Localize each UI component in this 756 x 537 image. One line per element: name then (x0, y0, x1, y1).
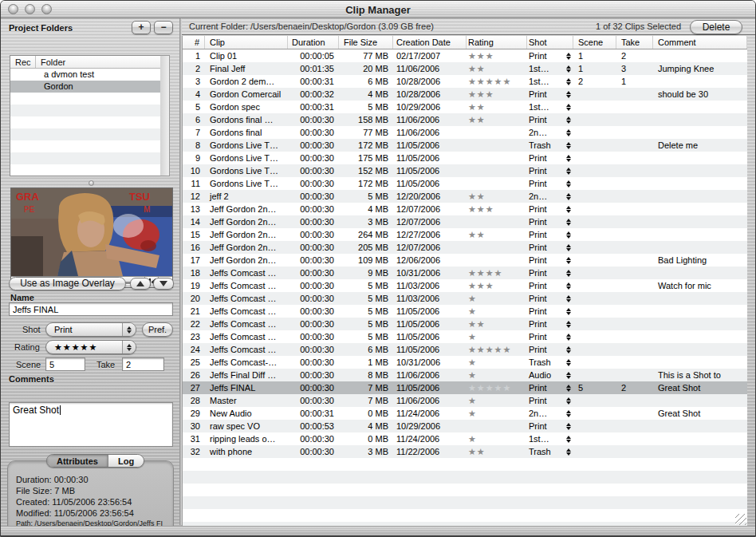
table-row[interactable]: 22Jeffs Comcast …00:00:305 MB11/05/2006★… (183, 318, 747, 330)
table-row[interactable]: 32with phone00:00:303 MB11/22/2006★★Tras… (183, 445, 747, 458)
shot-stepper-icon[interactable] (566, 448, 571, 456)
table-row[interactable]: 14Jeff Gordon 2n…00:00:303 MB12/07/2006P… (183, 215, 747, 228)
column-header-rating[interactable]: Rating (467, 36, 527, 49)
shot-stepper-icon[interactable] (566, 372, 571, 379)
shot-stepper-icon[interactable] (566, 219, 571, 226)
table-row[interactable]: 29New Audio00:00:310 MB11/24/2006★2n…Gre… (183, 407, 747, 420)
column-header-clip[interactable]: Clip (205, 36, 288, 49)
table-row[interactable]: 19Jeffs Comcast …00:00:305 MB11/03/2006★… (183, 279, 747, 292)
column-header-shot[interactable]: Shot (527, 36, 573, 49)
table-row[interactable]: 28Master00:00:307 MB11/06/2006★Print (183, 394, 747, 407)
next-clip-button[interactable] (153, 278, 174, 290)
table-row[interactable]: 5Gordon spec00:00:315 MB10/29/2006★★1st… (183, 101, 747, 113)
shot-stepper-icon[interactable] (566, 142, 571, 149)
table-row[interactable]: 12jeff 200:00:305 MB12/20/2006★★2n… (183, 190, 747, 203)
shot-stepper-icon[interactable] (566, 270, 571, 277)
table-row[interactable]: 30raw spec VO00:00:534 MB10/29/2006Print (183, 420, 747, 432)
table-row[interactable]: 27Jeffs FINAL00:00:307 MB11/05/2006★★★★★… (183, 381, 747, 394)
resize-grip-icon[interactable] (735, 514, 746, 525)
shot-stepper-icon[interactable] (566, 321, 571, 328)
shot-value: Print (529, 381, 547, 394)
table-row[interactable]: 6Gordons final …00:00:30158 MB11/06/2006… (183, 113, 747, 126)
folder-column-header[interactable]: Folder (36, 56, 65, 68)
table-row[interactable]: 4Gordon Comercail00:00:324 MB10/28/2006★… (183, 88, 747, 101)
shot-stepper-icon[interactable] (566, 231, 571, 239)
use-as-image-overlay-button[interactable]: Use as Image Overlay (9, 277, 126, 290)
table-row[interactable]: 1Clip 0100:00:0577 MB02/17/2007★★★Print1… (183, 49, 747, 62)
rating-popup[interactable]: ★★★★★ (45, 340, 136, 354)
take-input[interactable] (122, 357, 164, 371)
tab-log[interactable]: Log (108, 455, 144, 467)
shot-stepper-icon[interactable] (566, 91, 571, 98)
shot-stepper-icon[interactable] (566, 282, 571, 290)
column-header-num[interactable]: # (183, 36, 205, 49)
column-header-date[interactable]: Creation Date (393, 36, 467, 49)
column-header-take[interactable]: Take (616, 36, 653, 49)
shot-stepper-icon[interactable] (566, 334, 571, 341)
column-header-duration[interactable]: Duration (288, 36, 339, 49)
column-header-scene[interactable]: Scene (573, 36, 616, 49)
table-row[interactable]: 9Gordons Live T…00:00:30175 MB11/05/2006… (183, 152, 747, 164)
shot-stepper-icon[interactable] (566, 385, 571, 392)
folder-list-scrollbar[interactable] (160, 55, 170, 176)
table-row[interactable]: 16Jeff Gordon 2n…00:00:30205 MB12/07/200… (183, 241, 747, 254)
folder-row[interactable]: a dvmon test (10, 69, 163, 81)
column-header-size[interactable]: File Size (339, 36, 393, 49)
shot-stepper-icon[interactable] (566, 180, 571, 188)
previous-clip-button[interactable] (130, 278, 151, 290)
shot-stepper-icon[interactable] (566, 65, 571, 73)
shot-stepper-icon[interactable] (566, 308, 571, 315)
column-header-comment[interactable]: Comment (653, 36, 747, 49)
shot-stepper-icon[interactable] (566, 129, 571, 136)
table-row[interactable]: 26Jeffs Final Diff …00:00:308 MB11/06/20… (183, 369, 747, 381)
shot-stepper-icon[interactable] (566, 168, 571, 175)
shot-stepper-icon[interactable] (566, 155, 571, 162)
table-row[interactable]: 7Gordons final00:00:3077 MB11/06/20062n… (183, 126, 747, 139)
shot-stepper-icon[interactable] (566, 116, 571, 124)
cell-size: 4 MB (339, 88, 393, 101)
pref-button[interactable]: Pref. (142, 322, 173, 337)
table-row[interactable]: 18Jeffs Comcast …00:00:309 MB10/31/2006★… (183, 267, 747, 279)
table-row[interactable]: 20Jeffs Comcast …00:00:305 MB11/03/2006★… (183, 292, 747, 305)
table-row[interactable]: 23Jeffs Comcast …00:00:305 MB11/05/2006★… (183, 330, 747, 343)
comments-textarea[interactable]: Great Shot (9, 402, 173, 447)
table-row[interactable]: 24Jeffs Comcast …00:00:306 MB11/05/2006★… (183, 343, 747, 356)
shot-stepper-icon[interactable] (566, 423, 571, 430)
table-row[interactable]: 25Jeffs Comcast-…00:00:301 MB10/31/2006★… (183, 356, 747, 369)
rec-column-header[interactable]: Rec (10, 56, 36, 68)
folder-row[interactable]: Gordon (10, 81, 163, 93)
table-row[interactable]: 15Jeff Gordon 2n…00:00:30264 MB12/27/200… (183, 228, 747, 241)
table-row[interactable]: 8Gordons Live T…00:00:30172 MB11/05/2006… (183, 139, 747, 152)
table-row[interactable]: 10Gordons Live T…00:00:30152 MB11/05/200… (183, 164, 747, 177)
shot-stepper-icon[interactable] (566, 295, 571, 302)
shot-stepper-icon[interactable] (566, 78, 571, 85)
shot-stepper-icon[interactable] (566, 206, 571, 213)
shot-stepper-icon[interactable] (566, 104, 571, 111)
shot-stepper-icon[interactable] (566, 410, 571, 417)
cell-date: 10/31/2006 (393, 356, 467, 369)
table-row[interactable]: 13Jeff Gordon 2n…00:00:304 MB12/07/2006★… (183, 203, 747, 215)
shot-stepper-icon[interactable] (566, 257, 571, 264)
splitter-handle[interactable] (89, 180, 94, 186)
add-folder-button[interactable]: + (132, 21, 151, 34)
table-row[interactable]: 3Gordon 2 dem…00:00:316 MB10/28/2006★★★★… (183, 75, 747, 88)
name-input[interactable] (9, 302, 173, 316)
table-row[interactable]: 21Jeffs Comcast …00:00:305 MB11/05/2006★… (183, 305, 747, 318)
shot-popup[interactable]: Print (45, 322, 136, 337)
table-row[interactable]: 17Jeff Gordon 2n…00:00:30109 MB12/06/200… (183, 254, 747, 267)
shot-stepper-icon[interactable] (566, 53, 571, 60)
scene-input[interactable] (45, 357, 85, 371)
shot-stepper-icon[interactable] (566, 346, 571, 353)
remove-folder-button[interactable]: − (154, 21, 173, 34)
delete-button[interactable]: Delete (690, 20, 742, 34)
shot-stepper-icon[interactable] (566, 193, 571, 200)
shot-stepper-icon[interactable] (566, 436, 571, 443)
shot-stepper-icon[interactable] (566, 359, 571, 366)
cell-size: 0 MB (339, 432, 393, 445)
shot-stepper-icon[interactable] (566, 397, 571, 405)
shot-stepper-icon[interactable] (566, 244, 571, 251)
table-row[interactable]: 11Gordons Live T…00:00:30172 MB11/05/200… (183, 177, 747, 190)
table-row[interactable]: 31ripping leads o…00:00:300 MB11/24/2006… (183, 432, 747, 445)
tab-attributes[interactable]: Attributes (47, 455, 108, 467)
table-row[interactable]: 2Final Jeff00:01:3520 MB11/06/2006★★1st…… (183, 62, 747, 75)
